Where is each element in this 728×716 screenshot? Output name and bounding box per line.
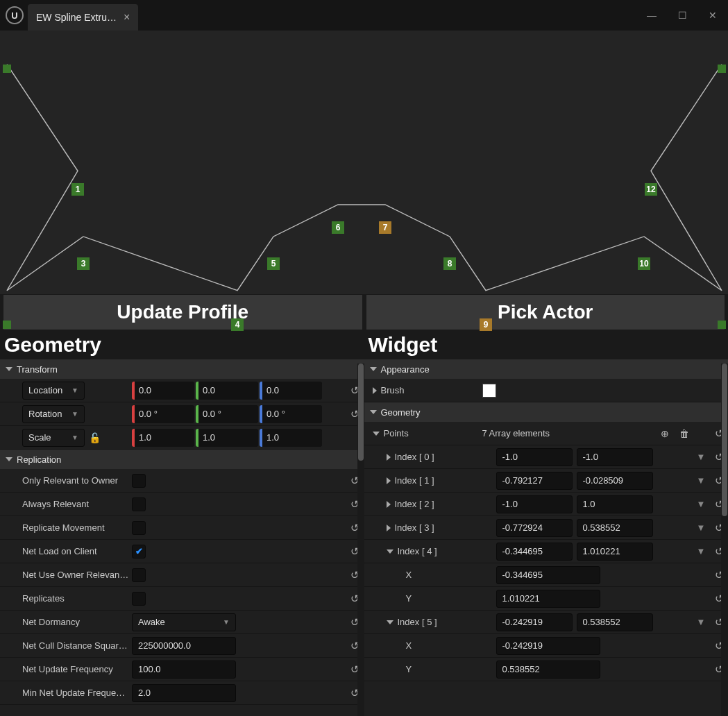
location-z-input[interactable]: 0.0 <box>260 382 322 400</box>
spline-point[interactable]: 6 <box>332 221 344 234</box>
chevron-down-icon[interactable]: ▼ <box>697 499 706 509</box>
prop-label: Net Load on Client <box>22 546 97 556</box>
expand-icon[interactable] <box>387 454 391 461</box>
net-load-checkbox[interactable] <box>132 545 146 559</box>
point-b-input[interactable]: 0.538552 <box>577 519 653 537</box>
scale-x-input[interactable]: 1.0 <box>132 429 194 447</box>
replicates-checkbox[interactable] <box>132 592 146 606</box>
scrollbar[interactable] <box>721 364 728 716</box>
point-a-input[interactable]: -0.242919 <box>496 613 573 631</box>
always-relevant-checkbox[interactable] <box>132 497 146 511</box>
spline-point[interactable]: 9 <box>480 318 492 331</box>
prop-label: Net Dormancy <box>22 617 80 627</box>
point-b-input[interactable]: 1.0 <box>577 495 653 513</box>
net-dormancy-dropdown[interactable]: Awake▼ <box>132 613 236 631</box>
spline-point[interactable] <box>3 65 11 73</box>
window-maximize-button[interactable] <box>667 0 697 31</box>
clear-array-icon[interactable]: 🗑 <box>677 426 692 441</box>
location-y-input[interactable]: 0.0 <box>196 382 258 400</box>
spline-point[interactable]: 7 <box>379 221 391 234</box>
location-dropdown[interactable]: Location▼ <box>22 382 85 400</box>
index-label: Index [ 3 ] <box>395 522 434 533</box>
category-label: Transform <box>17 364 58 375</box>
category-geometry-widget[interactable]: Geometry <box>364 402 729 422</box>
point-b-input[interactable]: 0.538552 <box>577 613 653 631</box>
scale-y-input[interactable]: 1.0 <box>196 429 258 447</box>
point-a-input[interactable]: -0.792127 <box>496 472 573 490</box>
net-cull-input[interactable]: 225000000.0 <box>132 637 236 655</box>
axis-label: X <box>406 640 412 651</box>
point-a-input[interactable]: -0.344695 <box>496 543 573 561</box>
point-y-input[interactable]: 1.010221 <box>496 590 600 608</box>
spline-point[interactable] <box>718 321 726 329</box>
index-label: Index [ 0 ] <box>395 452 434 462</box>
geometry-panel: Transform Location▼ 0.0 0.0 0.0 ↺ <box>0 359 364 716</box>
only-relevant-checkbox[interactable] <box>132 474 146 488</box>
chevron-down-icon[interactable]: ▼ <box>697 617 706 627</box>
net-update-freq-input[interactable]: 100.0 <box>132 660 236 679</box>
editor-tab[interactable]: EW Spline Extru… × <box>28 4 138 31</box>
rotation-dropdown[interactable]: Rotation▼ <box>22 405 85 423</box>
category-replication[interactable]: Replication <box>0 450 364 469</box>
pick-actor-button[interactable]: Pick Actor <box>366 294 726 330</box>
prop-label: Only Relevant to Owner <box>22 475 118 486</box>
scale-dropdown[interactable]: Scale▼ <box>22 429 85 447</box>
expand-icon[interactable] <box>387 501 391 508</box>
lock-icon[interactable] <box>89 432 101 443</box>
chevron-down-icon[interactable]: ▼ <box>697 452 706 462</box>
expand-icon[interactable] <box>373 432 380 436</box>
point-b-input[interactable]: 1.010221 <box>577 543 653 561</box>
expand-icon[interactable] <box>373 387 377 394</box>
spline-point[interactable] <box>3 321 11 329</box>
rotation-x-input[interactable]: 0.0 ° <box>132 405 194 423</box>
expand-icon[interactable] <box>387 477 391 484</box>
add-element-icon[interactable]: ⊕ <box>657 426 672 441</box>
point-a-input[interactable]: -1.0 <box>496 495 573 513</box>
update-profile-button[interactable]: Update Profile <box>3 294 363 330</box>
window-minimize-button[interactable] <box>636 0 667 31</box>
chevron-down-icon[interactable]: ▼ <box>697 546 706 556</box>
point-a-input[interactable]: -0.772924 <box>496 519 573 537</box>
location-x-input[interactable]: 0.0 <box>132 382 194 400</box>
axis-label: Y <box>406 593 412 604</box>
brush-color-swatch[interactable] <box>482 384 496 398</box>
spline-point[interactable]: 4 <box>231 318 244 331</box>
min-net-update-input[interactable]: 2.0 <box>132 684 236 702</box>
replicate-movement-checkbox[interactable] <box>132 521 146 535</box>
point-x-input[interactable]: -0.344695 <box>496 566 600 584</box>
rotation-y-input[interactable]: 0.0 ° <box>196 405 258 423</box>
index-label: Index [ 1 ] <box>395 475 434 486</box>
spline-point[interactable]: 3 <box>77 257 90 270</box>
spline-viewport[interactable]: 134567891012 <box>0 31 728 294</box>
ue-logo-icon[interactable]: U <box>6 6 24 24</box>
window-close-button[interactable] <box>697 0 728 31</box>
net-use-owner-checkbox[interactable] <box>132 568 146 582</box>
rotation-z-input[interactable]: 0.0 ° <box>260 405 322 423</box>
spline-point[interactable]: 8 <box>443 257 456 270</box>
expand-icon[interactable] <box>387 620 393 624</box>
scrollbar[interactable] <box>357 364 364 716</box>
prop-label: Always Relevant <box>22 499 89 509</box>
chevron-down-icon[interactable]: ▼ <box>697 522 706 533</box>
point-b-input[interactable]: -0.028509 <box>577 472 653 490</box>
expand-icon <box>6 367 12 371</box>
spline-point[interactable] <box>718 65 726 73</box>
prop-label: Replicate Movement <box>22 522 105 533</box>
point-b-input[interactable]: -1.0 <box>577 448 653 466</box>
expand-icon[interactable] <box>387 549 393 554</box>
point-a-input[interactable]: -1.0 <box>496 448 573 466</box>
category-appearance[interactable]: Appearance <box>364 359 729 379</box>
array-summary: 7 Array elements <box>482 428 550 438</box>
spline-point[interactable]: 12 <box>645 183 657 196</box>
tab-close-icon[interactable]: × <box>124 11 130 24</box>
chevron-down-icon[interactable]: ▼ <box>697 475 706 486</box>
spline-point[interactable]: 10 <box>638 257 650 270</box>
index-label: Index [ 2 ] <box>395 499 434 509</box>
expand-icon[interactable] <box>387 525 391 531</box>
point-y-input[interactable]: 0.538552 <box>496 660 600 679</box>
point-x-input[interactable]: -0.242919 <box>496 637 600 655</box>
spline-point[interactable]: 5 <box>267 257 280 270</box>
scale-z-input[interactable]: 1.0 <box>260 429 322 447</box>
category-transform[interactable]: Transform <box>0 359 364 379</box>
spline-point[interactable]: 1 <box>71 183 84 196</box>
